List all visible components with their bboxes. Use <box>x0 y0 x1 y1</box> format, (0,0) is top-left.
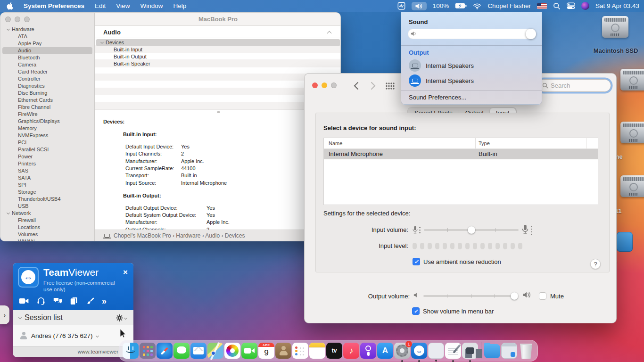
column-name[interactable]: Name <box>329 140 342 146</box>
dock-messages[interactable] <box>173 343 190 359</box>
dock-maps[interactable] <box>207 343 223 359</box>
tree-item[interactable]: Audio <box>2 47 92 54</box>
tree-item[interactable]: PCI <box>2 139 92 146</box>
tree-item[interactable]: SATA <box>2 174 92 181</box>
devices-group-row[interactable]: Devices <box>96 39 340 46</box>
dock-reminders[interactable] <box>292 343 308 359</box>
menu-item[interactable]: Help <box>173 2 186 9</box>
dock-photos[interactable] <box>224 343 240 359</box>
dock-safari[interactable] <box>157 343 173 359</box>
search-input[interactable] <box>551 82 603 89</box>
minimize-button[interactable] <box>15 16 20 22</box>
activity-icon[interactable] <box>397 2 405 10</box>
tree-item[interactable]: NVMExpress <box>2 132 92 139</box>
tree-item[interactable]: Camera <box>2 61 92 68</box>
tree-item[interactable]: Disc Burning <box>2 90 92 97</box>
device-row[interactable]: Built-in Input <box>95 46 341 53</box>
dock-app-store[interactable]: A <box>377 343 393 359</box>
zoom-button[interactable] <box>24 16 30 22</box>
dock-calendar[interactable]: APR 9 <box>258 343 274 359</box>
tree-item[interactable]: Firewall <box>2 217 92 224</box>
volume-macintosh-ssd[interactable] <box>602 16 628 38</box>
help-button[interactable]: ? <box>590 259 601 269</box>
minimize-button[interactable] <box>322 82 327 88</box>
close-icon[interactable]: × <box>123 268 128 277</box>
copy-icon[interactable] <box>70 297 78 305</box>
apple-menu[interactable] <box>7 2 13 10</box>
app-menu-title[interactable]: System Preferences <box>24 2 84 9</box>
dock-textedit[interactable] <box>445 343 461 359</box>
dock-facetime[interactable] <box>241 343 257 359</box>
dock-downloads-folder[interactable] <box>484 344 500 358</box>
tree-item[interactable]: FireWire <box>2 111 92 118</box>
tree-item[interactable]: Ethernet Cards <box>2 97 92 104</box>
menu-item[interactable]: Edit <box>95 2 106 9</box>
teamviewer-side-tab[interactable]: › <box>0 305 9 324</box>
ambient-noise-checkbox[interactable]: ✓ <box>413 258 420 265</box>
menu-item[interactable]: View <box>116 2 130 9</box>
tree-item[interactable]: Parallel SCSI <box>2 146 92 153</box>
dock-teamviewer[interactable]: ⇔ <box>411 343 427 359</box>
column-type[interactable]: Type <box>479 140 490 146</box>
back-button[interactable] <box>350 80 362 92</box>
output-volume-slider[interactable] <box>423 295 518 297</box>
chat-icon[interactable] <box>53 297 62 305</box>
dock-notes[interactable] <box>309 343 325 359</box>
tree-group-network[interactable]: Network <box>0 210 94 217</box>
volume-4[interactable] <box>620 175 644 197</box>
output-volume-knob[interactable] <box>511 292 518 300</box>
tree-item[interactable]: ATA <box>2 33 92 40</box>
dock-apple-tv[interactable]: tv <box>326 343 342 359</box>
tree-item[interactable]: Graphics/Displays <box>2 118 92 125</box>
tree-group-hardware[interactable]: Hardware <box>0 26 94 33</box>
dock-podcasts[interactable] <box>360 343 376 359</box>
output-device-row-1[interactable]: Internal Speakers <box>401 58 542 73</box>
siri-icon[interactable] <box>581 2 589 10</box>
wifi-icon[interactable] <box>473 3 481 9</box>
sound-preferences-link[interactable]: Sound Preferences... <box>409 94 466 101</box>
tree-item[interactable]: Printers <box>2 160 92 167</box>
dock-music[interactable]: ♪ <box>343 343 359 359</box>
table-row-internal-microphone[interactable]: Internal Microphone Built-in <box>324 149 598 159</box>
tree-item[interactable]: Storage <box>2 189 92 196</box>
menu-volume-slider[interactable] <box>408 29 536 39</box>
tree-item[interactable]: USB <box>2 203 92 210</box>
section-header-audio[interactable]: Audio <box>95 26 341 38</box>
tree-item[interactable]: WWAN <box>2 238 92 241</box>
control-center-icon[interactable] <box>567 2 575 9</box>
tree-item[interactable]: Memory <box>2 125 92 132</box>
volume-2[interactable] <box>620 69 644 90</box>
dock-launchpad[interactable] <box>140 343 156 359</box>
show-volume-checkbox[interactable]: ✓ <box>412 307 420 315</box>
dock-generic-app[interactable] <box>428 343 444 359</box>
output-device-row-2[interactable]: Internal Speakers <box>401 73 542 88</box>
volume-5[interactable] <box>617 232 633 252</box>
input-volume-slider[interactable] <box>424 229 519 231</box>
dock-minimized-window[interactable] <box>501 343 517 359</box>
tree-item[interactable]: Controller <box>2 75 92 82</box>
volume-menu-icon[interactable] <box>412 2 427 10</box>
dock-system-preferences[interactable]: 1 <box>394 343 410 359</box>
device-row[interactable]: Built-in Speaker <box>95 60 341 67</box>
brush-icon[interactable] <box>86 297 94 305</box>
menu-volume-knob[interactable] <box>526 29 536 39</box>
dock-mail[interactable] <box>190 343 206 359</box>
tree-item[interactable]: SAS <box>2 167 92 174</box>
tree-item[interactable]: Thunderbolt/USB4 <box>2 196 92 203</box>
dock-contacts[interactable] <box>275 343 291 359</box>
headset-icon[interactable] <box>37 297 45 305</box>
search-field[interactable] <box>537 79 611 92</box>
tree-item[interactable]: SPI <box>2 181 92 189</box>
session-settings-button[interactable] <box>116 314 127 322</box>
more-icon[interactable]: » <box>102 297 107 305</box>
close-button[interactable] <box>312 82 318 88</box>
mute-checkbox[interactable] <box>539 292 546 300</box>
menu-item[interactable]: Window <box>140 2 163 9</box>
spotlight-icon[interactable] <box>553 2 561 10</box>
tree-item[interactable]: Power <box>2 153 92 160</box>
user-menu[interactable]: Chopel Flasher <box>487 2 531 9</box>
tree-item[interactable]: Card Reader <box>2 68 92 75</box>
tree-item[interactable]: Fibre Channel <box>2 104 92 111</box>
session-user-row[interactable]: Andres (776 375 627) <box>13 325 133 346</box>
keyboard-flag-icon[interactable] <box>537 3 547 9</box>
